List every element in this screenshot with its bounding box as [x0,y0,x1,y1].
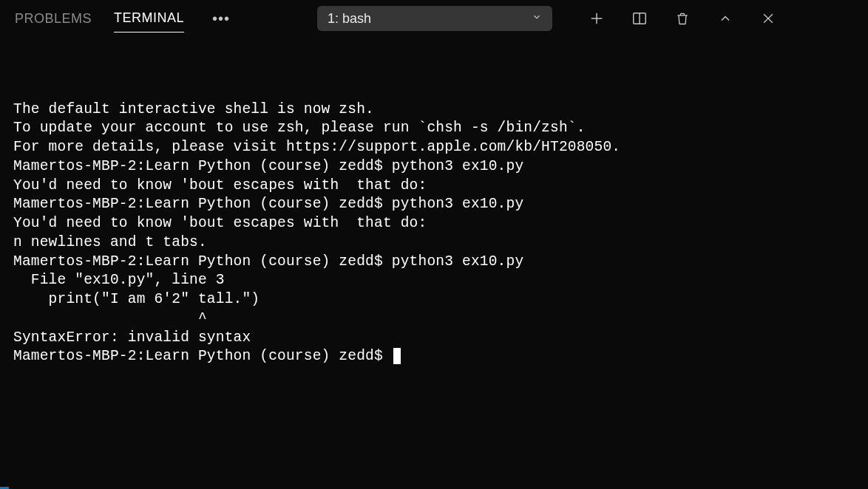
terminal-line: Mamertos-MBP-2:Learn Python (course) zed… [13,158,523,174]
terminal-output[interactable]: The default interactive shell is now zsh… [0,37,868,366]
terminal-line: SyntaxError: invalid syntax [13,329,251,346]
more-icon[interactable]: ••• [212,10,230,27]
terminal-line: print("I am 6'2" tall.") [13,291,260,307]
new-terminal-button[interactable] [588,10,606,27]
kill-terminal-button[interactable] [674,10,691,27]
panel-header: PROBLEMS TERMINAL ••• 1: bash [0,0,868,37]
terminal-prompt: Mamertos-MBP-2:Learn Python (course) zed… [13,348,392,364]
terminal-line: n newlines and t tabs. [13,234,207,250]
split-terminal-button[interactable] [631,10,648,27]
terminal-line: You'd need to know 'bout escapes with th… [13,215,427,231]
terminal-line: To update your account to use zsh, pleas… [13,120,586,136]
terminal-selector-dropdown[interactable]: 1: bash [317,6,552,31]
terminal-line: For more details, please visit https://s… [13,139,620,155]
terminal-cursor [393,348,401,364]
maximize-panel-button[interactable] [716,10,734,27]
terminal-actions [588,10,777,27]
panel-tabs: PROBLEMS TERMINAL [15,4,184,33]
chevron-down-icon [532,12,542,25]
terminal-line: Mamertos-MBP-2:Learn Python (course) zed… [13,253,523,270]
terminal-line: The default interactive shell is now zsh… [13,101,374,117]
terminal-line: ^ [13,310,207,326]
terminal-line: Mamertos-MBP-2:Learn Python (course) zed… [13,196,523,212]
tab-problems[interactable]: PROBLEMS [15,5,92,33]
tab-terminal[interactable]: TERMINAL [114,4,184,33]
close-panel-button[interactable] [759,10,777,27]
terminal-line: You'd need to know 'bout escapes with th… [13,177,427,194]
terminal-selector-label: 1: bash [328,11,371,27]
terminal-line: File "ex10.py", line 3 [13,272,225,288]
